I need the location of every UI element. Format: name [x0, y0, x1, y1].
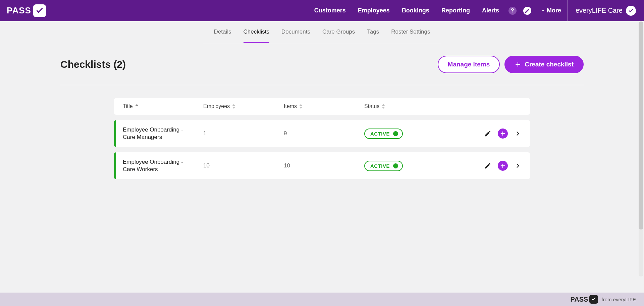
- add-row-button[interactable]: [498, 129, 508, 139]
- nav-customers[interactable]: Customers: [308, 7, 352, 14]
- account-badge: [626, 6, 636, 16]
- row-title: Employee Onboarding - Care Managers: [114, 126, 188, 141]
- open-row-button[interactable]: [513, 129, 523, 138]
- row-items: 9: [275, 130, 356, 137]
- row-items: 10: [275, 162, 356, 169]
- sub-tabs: Details Checklists Documents Care Groups…: [203, 21, 441, 43]
- page-title: Checklists (2): [60, 59, 126, 70]
- plus-icon: [515, 61, 521, 68]
- footer: PASS from everyLIFE: [0, 293, 644, 306]
- status-label: ACTIVE: [370, 163, 390, 169]
- edit-row-button[interactable]: [483, 161, 492, 170]
- nav-bookings[interactable]: Bookings: [396, 7, 435, 14]
- status-badge: ACTIVE: [364, 161, 403, 171]
- column-title[interactable]: Title: [114, 103, 195, 109]
- chevron-right-icon: [515, 162, 521, 169]
- footer-brand: PASS: [570, 295, 598, 304]
- account-name: everyLIFE Care: [576, 7, 623, 14]
- scrollbar[interactable]: [639, 21, 643, 276]
- table-row[interactable]: Employee Onboarding - Care Managers 1 9 …: [114, 120, 530, 147]
- page: Checklists (2) Manage items Create check…: [60, 43, 584, 179]
- edit-row-button[interactable]: [483, 129, 492, 138]
- row-employees: 1: [195, 130, 275, 137]
- table-row[interactable]: Employee Onboarding - Care Workers 10 10…: [114, 152, 530, 179]
- column-items-label: Items: [284, 103, 297, 109]
- column-status[interactable]: Status: [356, 103, 436, 109]
- table-header: Title Employees Items Status: [114, 98, 530, 115]
- nav-reporting[interactable]: Reporting: [435, 7, 476, 14]
- pencil-icon: [484, 162, 491, 169]
- row-employees: 10: [195, 162, 275, 169]
- sort-asc-icon: [135, 104, 139, 109]
- account-menu[interactable]: everyLIFE Care: [567, 0, 644, 21]
- tab-checklists[interactable]: Checklists: [244, 21, 269, 43]
- status-label: ACTIVE: [370, 131, 390, 137]
- tab-tags[interactable]: Tags: [367, 21, 379, 43]
- open-row-button[interactable]: [513, 161, 523, 170]
- nav-employees[interactable]: Employees: [352, 7, 396, 14]
- footer-badge: [589, 295, 598, 304]
- brand-name: PASS: [7, 5, 31, 16]
- row-title: Employee Onboarding - Care Workers: [114, 158, 188, 173]
- edit-icon[interactable]: [523, 7, 531, 15]
- sort-icon: [299, 104, 303, 109]
- chevron-right-icon: [515, 130, 521, 137]
- footer-brand-name: PASS: [570, 296, 588, 303]
- manage-items-button[interactable]: Manage items: [438, 56, 500, 73]
- status-dot-icon: [393, 131, 398, 136]
- sort-icon: [232, 104, 236, 109]
- more-menu[interactable]: More: [535, 7, 567, 14]
- main-nav: Customers Employees Bookings Reporting A…: [308, 0, 644, 21]
- status-badge: ACTIVE: [364, 129, 403, 139]
- create-checklist-button[interactable]: Create checklist: [504, 56, 584, 73]
- plus-icon: [500, 163, 506, 169]
- create-checklist-label: Create checklist: [525, 61, 574, 68]
- manage-items-label: Manage items: [448, 61, 490, 68]
- tab-roster-settings[interactable]: Roster Settings: [391, 21, 430, 43]
- help-icon[interactable]: ?: [508, 7, 517, 15]
- check-icon: [591, 297, 596, 302]
- tab-documents[interactable]: Documents: [281, 21, 310, 43]
- column-employees[interactable]: Employees: [195, 103, 275, 109]
- chevron-down-icon: [541, 8, 545, 13]
- check-icon: [35, 6, 44, 15]
- column-items[interactable]: Items: [275, 103, 356, 109]
- page-actions: Manage items Create checklist: [438, 56, 584, 73]
- tab-care-groups[interactable]: Care Groups: [322, 21, 355, 43]
- checklists-table: Title Employees Items Status Employee On…: [114, 98, 530, 179]
- tab-details[interactable]: Details: [214, 21, 231, 43]
- sort-icon: [381, 104, 385, 109]
- plus-icon: [500, 131, 506, 137]
- brand-logo: PASS: [7, 4, 46, 17]
- page-header: Checklists (2) Manage items Create check…: [60, 43, 584, 85]
- row-actions: [436, 129, 530, 139]
- brand-badge: [33, 4, 46, 17]
- app-header: PASS Customers Employees Bookings Report…: [0, 0, 644, 21]
- add-row-button[interactable]: [498, 161, 508, 171]
- column-title-label: Title: [123, 103, 133, 109]
- more-label: More: [547, 7, 561, 14]
- column-employees-label: Employees: [203, 103, 230, 109]
- row-actions: [436, 161, 530, 171]
- footer-text: from everyLIFE: [601, 297, 636, 302]
- status-dot-icon: [393, 163, 398, 168]
- pencil-icon: [484, 130, 491, 137]
- column-status-label: Status: [364, 103, 379, 109]
- check-icon: [628, 8, 634, 14]
- nav-alerts[interactable]: Alerts: [476, 7, 505, 14]
